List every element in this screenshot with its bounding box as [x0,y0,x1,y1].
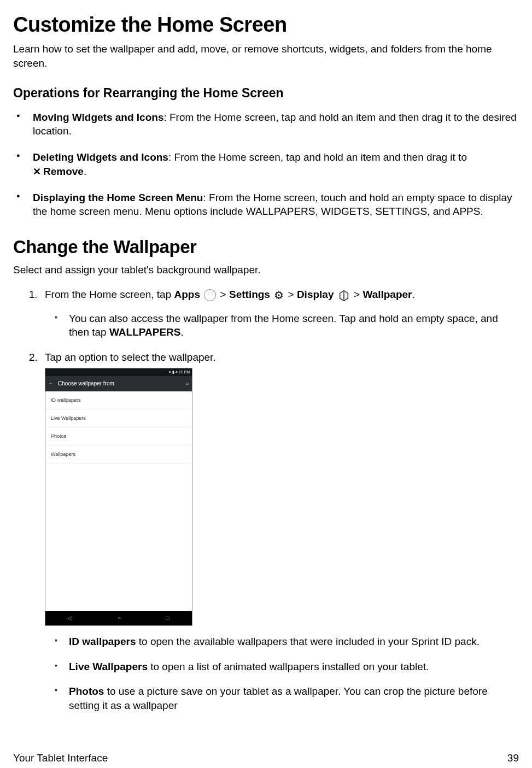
option-live-text: to open a list of animated wallpapers in… [148,661,429,672]
footer-section-title: Your Tablet Interface [13,751,108,765]
apps-icon [204,289,216,301]
step1-settings-label: Settings [229,289,270,300]
device-list-item-photos: Photos [45,427,192,445]
bullet-deleting: Deleting Widgets and Icons: From the Hom… [30,150,519,179]
heading-customize: Customize the Home Screen [13,11,519,39]
bullet-moving-title: Moving Widgets and Icons [33,112,163,123]
option-id-text: to open the available wallpapers that we… [136,636,480,647]
device-app-bar: ← Choose wallpaper from ⌕ [45,376,192,391]
nav-back-icon: ◁ [68,614,72,622]
option-id-title: ID wallpapers [69,636,136,647]
option-live-title: Live Wallpapers [69,661,148,672]
device-list-item-wallpapers: Wallpapers [45,445,192,464]
step-1: From the Home screen, tap Apps > Setting… [40,288,519,339]
device-screenshot: ▾ ▮ 4:21 PM ← Choose wallpaper from ⌕ ID… [45,368,192,626]
step1-wallpaper-label: Wallpaper [363,289,412,300]
option-live-wallpapers: Live Wallpapers to open a list of animat… [67,660,519,674]
device-app-title: Choose wallpaper from [58,380,182,388]
step1-post: . [412,289,415,300]
device-list-item-id-wallpapers: ID wallpapers [45,391,192,409]
option-photos-text: to use a picture save on your tablet as … [69,685,488,711]
step1-sub-b: WALLPAPERS [109,326,181,338]
heading-operations: Operations for Rearranging the Home Scre… [13,85,519,102]
bullet-deleting-remove: Remove [43,166,84,177]
step1-pre: From the Home screen, tap [45,289,174,300]
intro-change-wallpaper: Select and assign your tablet's backgrou… [13,263,519,277]
footer-page-number: 39 [507,751,519,765]
device-nav-bar: ◁ ○ □ [45,611,192,625]
device-status-icons: ▾ ▮ [169,370,174,374]
step1-gt3: > [351,289,363,300]
nav-recent-icon: □ [166,614,169,622]
step1-sub-c: . [181,326,184,338]
bullet-menu: Displaying the Home Screen Menu: From th… [30,191,519,219]
bullet-deleting-text-a: : From the Home screen, tap and hold an … [168,151,467,163]
bullet-menu-title: Displaying the Home Screen Menu [33,192,203,203]
step1-sub: You can also access the wallpaper from t… [67,312,519,339]
heading-change-wallpaper: Change the Wallpaper [13,235,519,260]
option-id-wallpapers: ID wallpapers to open the available wall… [67,635,519,649]
x-icon: ✕ [33,165,41,178]
bullet-deleting-title: Deleting Widgets and Icons [33,151,168,163]
step2-text: Tap an option to select the wallpaper. [45,351,216,363]
display-icon [338,288,350,302]
step1-gt1: > [217,289,229,300]
intro-customize: Learn how to set the wallpaper and add, … [13,42,519,70]
settings-icon: ⚙ [274,288,284,303]
device-blank-area [45,464,192,611]
device-status-bar: ▾ ▮ 4:21 PM [45,368,192,376]
nav-home-icon: ○ [118,614,121,622]
search-icon: ⌕ [186,380,189,386]
back-icon: ← [49,380,54,386]
device-time: 4:21 PM [176,370,190,374]
step1-gt2: > [285,289,297,300]
device-list-item-live-wallpapers: Live Wallpapers [45,409,192,427]
step1-display-label: Display [297,289,334,300]
step-2: Tap an option to select the wallpaper. ▾… [40,350,519,713]
step1-apps-label: Apps [174,289,201,300]
bullet-deleting-text-b: . [84,166,86,177]
option-photos-title: Photos [69,685,104,697]
option-photos: Photos to use a picture save on your tab… [67,684,519,712]
bullet-moving: Moving Widgets and Icons: From the Home … [30,110,519,138]
